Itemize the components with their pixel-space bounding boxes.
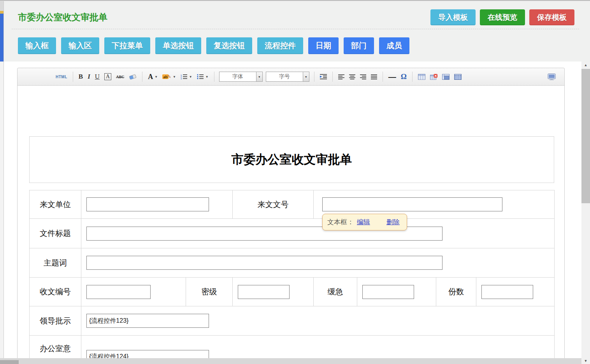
receipt-number-label: 收文编号 — [30, 278, 81, 306]
strikethrough-button[interactable]: ABC — [115, 71, 125, 83]
toolbar-separator — [383, 72, 383, 82]
widget-department-button[interactable]: 部门 — [344, 37, 374, 54]
main-area: HTML B I U A ABC A▼ ab✎▼ 123 ▼ — [4, 62, 581, 364]
font-color-button[interactable]: A▼ — [147, 71, 159, 83]
form-input-cell — [81, 306, 555, 336]
editor-content[interactable]: 市委办公室收文审批单 来文单位 来文文号 文件标题 — [18, 86, 564, 364]
table-grid-icon — [454, 74, 462, 80]
save-template-button[interactable]: 保存模板 — [529, 9, 574, 25]
align-center-button[interactable] — [348, 71, 356, 83]
bold-button[interactable]: B — [77, 71, 84, 83]
delete-link[interactable]: 删除 — [386, 218, 400, 227]
page-header: 市委办公室收文审批单 导入模板 在线预览 保存模板 输入框 输入区 下拉菜单 单… — [4, 1, 590, 62]
delete-table-button[interactable] — [429, 71, 439, 83]
incoming-number-label: 来文文号 — [233, 190, 314, 219]
toolbar-separator — [142, 72, 142, 82]
chevron-down-icon: ▼ — [205, 75, 209, 79]
table-row: 来文单位 来文文号 — [30, 190, 555, 219]
widget-member-button[interactable]: 成员 — [379, 37, 409, 54]
horizontal-rule-button[interactable]: — — [387, 71, 397, 83]
insert-table-button[interactable] — [417, 71, 427, 83]
table-row: 领导批示 — [30, 306, 555, 336]
html-source-icon: HTML — [56, 75, 67, 79]
widget-dropdown-button[interactable]: 下拉菜单 — [104, 37, 150, 54]
special-character-button[interactable]: Ω — [400, 71, 408, 83]
widget-input-area-button[interactable]: 输入区 — [61, 37, 99, 54]
document-title: 市委办公室收文审批单 — [232, 151, 352, 168]
underline-button[interactable]: U — [94, 71, 101, 83]
cell-properties-button[interactable] — [441, 71, 451, 83]
chevron-down-icon: ▼ — [155, 75, 158, 79]
incoming-unit-input[interactable] — [86, 197, 209, 211]
font-border-button[interactable]: A — [103, 71, 112, 83]
table-row: 主题词 — [30, 248, 555, 278]
form-input-cell — [357, 278, 436, 306]
align-left-button[interactable] — [337, 71, 346, 83]
font-family-select[interactable]: 字体▼ — [219, 72, 263, 82]
toolbar-separator — [73, 72, 73, 82]
incoming-number-input[interactable] — [322, 197, 502, 211]
bottom-edge — [0, 358, 581, 364]
widget-date-button[interactable]: 日期 — [308, 37, 339, 54]
form-input-cell — [81, 190, 233, 219]
unordered-list-button[interactable]: ▼ — [196, 71, 210, 83]
secrecy-level-label: 密级 — [186, 278, 233, 306]
ordered-list-button[interactable]: 123 ▼ — [179, 71, 193, 83]
copies-input[interactable] — [481, 285, 533, 299]
receipt-number-input[interactable] — [86, 285, 151, 299]
form-input-cell — [81, 278, 186, 306]
doc-title-label: 文件标题 — [30, 219, 81, 248]
subject-word-input[interactable] — [86, 256, 442, 270]
align-right-icon — [360, 74, 366, 79]
table-cell-icon — [442, 74, 450, 80]
screen: 市委办公室收文审批单 导入模板 在线预览 保存模板 输入框 输入区 下拉菜单 单… — [0, 0, 590, 364]
widget-input-box-button[interactable]: 输入框 — [18, 37, 56, 54]
preview-online-button[interactable]: 在线预览 — [480, 9, 525, 25]
window-edge-segment — [0, 1, 4, 11]
ordered-list-icon: 123 — [181, 74, 188, 79]
table-icon — [418, 74, 425, 80]
scroll-up-arrow-icon[interactable]: ▲ — [581, 62, 590, 68]
svg-text:3: 3 — [181, 77, 182, 79]
toolbar-separator — [214, 72, 214, 82]
eraser-icon — [129, 74, 137, 80]
remove-format-button[interactable] — [128, 71, 138, 83]
widget-flow-control-button[interactable]: 流程控件 — [257, 37, 303, 54]
copies-label: 份数 — [436, 278, 476, 306]
leader-instruction-input[interactable] — [86, 314, 209, 328]
chevron-down-icon: ▼ — [173, 75, 176, 79]
font-size-select[interactable]: 字号▼ — [266, 72, 309, 82]
widget-checkbox-button[interactable]: 复选按钮 — [206, 37, 252, 54]
source-code-button[interactable]: HTML — [54, 71, 68, 83]
form-table: 来文单位 来文文号 文件标题 主题词 收文编号 — [29, 190, 555, 364]
underline-icon: U — [95, 73, 100, 81]
italic-button[interactable]: I — [86, 71, 91, 83]
indent-button[interactable] — [319, 71, 328, 83]
indent-icon — [320, 74, 327, 79]
form-input-cell — [476, 278, 555, 306]
widget-radio-button[interactable]: 单选按钮 — [155, 37, 201, 54]
field-action-tooltip: 文本框： 编辑 删除 — [322, 214, 407, 230]
omega-icon: Ω — [401, 72, 407, 81]
chevron-down-icon: ▼ — [303, 72, 309, 81]
align-justify-button[interactable] — [370, 71, 378, 83]
import-template-button[interactable]: 导入模板 — [430, 9, 476, 25]
vertical-scrollbar[interactable]: ▲ ▼ — [581, 62, 590, 364]
urgency-input[interactable] — [362, 285, 414, 299]
edit-link[interactable]: 编辑 — [357, 218, 370, 227]
monitor-icon — [548, 74, 556, 80]
table-properties-button[interactable] — [453, 71, 463, 83]
table-row: 收文编号 密级 缓急 份数 — [30, 278, 555, 306]
secrecy-level-input[interactable] — [238, 285, 290, 299]
taskbar-fragment — [0, 360, 19, 364]
align-right-button[interactable] — [359, 71, 367, 83]
bullet-list-icon — [197, 74, 204, 79]
scroll-down-arrow-icon[interactable]: ▼ — [581, 357, 590, 364]
rich-text-editor: HTML B I U A ABC A▼ ab✎▼ 123 ▼ — [17, 68, 565, 364]
highlight-color-button[interactable]: ab✎▼ — [161, 71, 177, 83]
italic-icon: I — [88, 73, 90, 81]
fullscreen-button[interactable] — [546, 71, 557, 83]
form-input-cell — [81, 248, 555, 278]
scrollbar-thumb[interactable] — [581, 69, 590, 203]
background-window-edge — [0, 1, 4, 364]
